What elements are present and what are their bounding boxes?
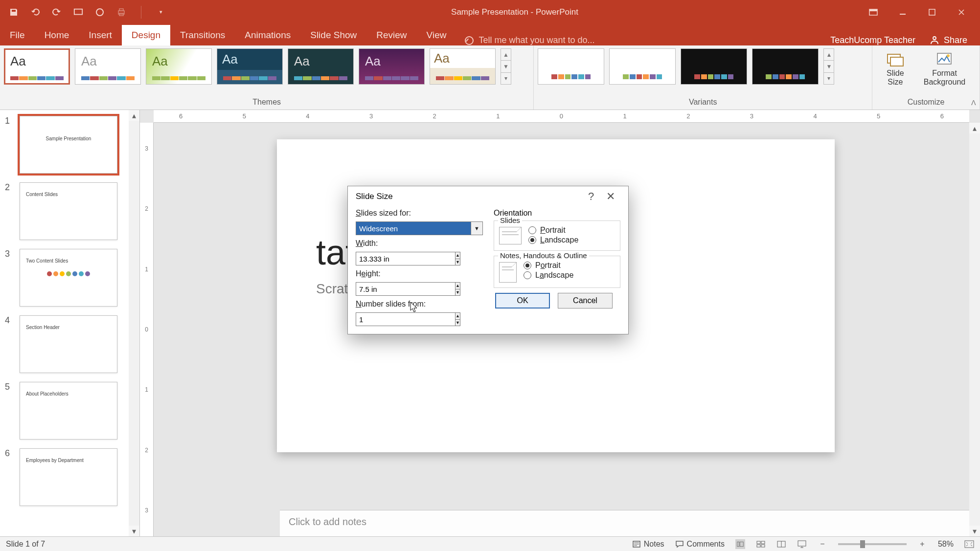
number-from-spinbox[interactable]: ▲▼: [356, 312, 397, 326]
sized-for-value[interactable]: [356, 221, 471, 235]
spin-up-icon[interactable]: ▲: [456, 252, 460, 259]
height-spinbox[interactable]: ▲▼: [356, 282, 409, 296]
slides-orientation-fieldset: Slides Portrait Landscape: [494, 220, 620, 251]
spin-down-icon[interactable]: ▼: [456, 289, 460, 296]
number-from-label: Number slides from:: [356, 300, 483, 309]
width-spinbox[interactable]: ▲▼: [356, 252, 409, 265]
spin-up-icon[interactable]: ▲: [456, 282, 460, 289]
notes-fieldset-title: Notes, Handouts & Outline: [498, 251, 589, 260]
notes-orientation-fieldset: Notes, Handouts & Outline Portrait Lands…: [494, 256, 620, 288]
number-from-value[interactable]: [356, 312, 456, 326]
height-label: Height:: [356, 269, 483, 278]
modal-overlay: Slide Size ? ✕ Slides sized for: ▼ Width…: [0, 0, 980, 551]
cancel-button[interactable]: Cancel: [558, 293, 613, 309]
width-label: Width:: [356, 239, 483, 248]
spin-up-icon[interactable]: ▲: [456, 312, 460, 319]
slides-landscape-radio[interactable]: Landscape: [528, 236, 578, 244]
mouse-cursor: [410, 302, 419, 313]
width-value[interactable]: [356, 252, 456, 265]
help-icon[interactable]: ?: [581, 187, 601, 206]
ok-button[interactable]: OK: [495, 293, 550, 309]
slides-fieldset-title: Slides: [498, 216, 522, 224]
dialog-title: Slide Size: [356, 192, 393, 201]
spin-down-icon[interactable]: ▼: [456, 319, 460, 327]
notes-landscape-radio[interactable]: Landscape: [524, 271, 573, 280]
sized-for-label: Slides sized for:: [356, 209, 483, 218]
height-value[interactable]: [356, 282, 456, 296]
notes-portrait-radio[interactable]: Portrait: [524, 261, 573, 270]
spin-down-icon[interactable]: ▼: [456, 259, 460, 266]
dialog-title-bar[interactable]: Slide Size ? ✕: [348, 186, 628, 207]
close-icon[interactable]: ✕: [601, 187, 620, 206]
landscape-icon: [499, 227, 522, 244]
portrait-icon: [499, 262, 517, 283]
slide-size-dialog: Slide Size ? ✕ Slides sized for: ▼ Width…: [347, 186, 629, 334]
chevron-down-icon[interactable]: ▼: [471, 221, 483, 235]
slides-portrait-radio[interactable]: Portrait: [528, 226, 578, 235]
sized-for-select[interactable]: ▼: [356, 221, 483, 235]
